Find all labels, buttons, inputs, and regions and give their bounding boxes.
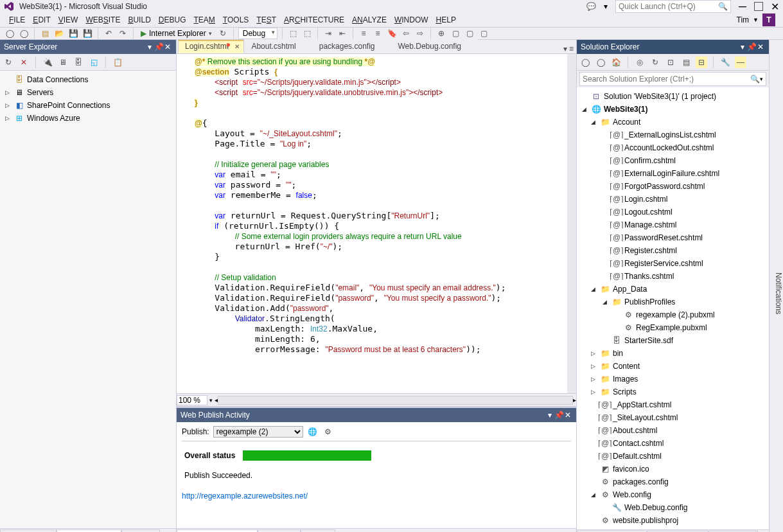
dropdown-icon[interactable]: ▾ <box>545 411 554 420</box>
folder-publishprofiles[interactable]: ◢📁PublishProfiles <box>577 296 769 308</box>
file-startersite[interactable]: 🗄StarterSite.sdf <box>577 334 769 347</box>
pin-icon[interactable]: 📌 <box>747 42 756 51</box>
back-icon[interactable]: ◯ <box>579 57 591 68</box>
code-editor[interactable]: @* Remove this section if you are using … <box>177 54 576 393</box>
notifications-tab[interactable]: Notifications <box>769 40 783 532</box>
nav-fwd-button[interactable]: ◯ <box>18 28 30 39</box>
close-icon[interactable]: ✕ <box>163 42 172 51</box>
close-button[interactable]: ✕ <box>771 1 779 13</box>
menu-architecture[interactable]: ARCHITECTURE <box>280 13 348 27</box>
menu-help[interactable]: HELP <box>432 13 460 27</box>
file-RegisterService.cshtml[interactable]: ⌈@⌉RegisterService.cshtml <box>577 257 769 270</box>
file-About.cshtml[interactable]: ⌈@⌉About.cshtml <box>577 424 769 437</box>
properties-icon[interactable]: 🔧 <box>719 57 731 68</box>
menu-analyze[interactable]: ANALYZE <box>348 13 391 27</box>
refresh-icon[interactable]: ↻ <box>649 57 661 68</box>
zoom-input[interactable] <box>177 395 207 405</box>
user-badge[interactable]: Tim ▼ T <box>737 13 778 26</box>
quick-launch-input[interactable] <box>619 2 718 11</box>
menu-window[interactable]: WINDOW <box>391 13 432 27</box>
settings-icon[interactable]: ⚙ <box>322 426 334 438</box>
solution-search[interactable]: 🔍 ▾ <box>579 72 766 86</box>
folder-Images[interactable]: ▷📁Images <box>577 373 769 386</box>
folder-account[interactable]: ◢📁Account <box>577 116 769 129</box>
tab-web-publish-activity[interactable]: Web Publish Activity <box>177 529 258 533</box>
nest-icon[interactable]: ⊡ <box>665 57 676 68</box>
scope-icon[interactable]: ◎ <box>634 57 646 68</box>
pin-icon[interactable]: 📌 <box>154 42 163 51</box>
tb-icon-2[interactable]: ⬚ <box>301 28 313 39</box>
tab-toolbox[interactable]: Toolbox <box>121 529 159 533</box>
project-node[interactable]: ◢🌐WebSite3(1) <box>577 103 769 116</box>
close-icon[interactable]: ✕ <box>563 411 572 420</box>
tree-azure[interactable]: ▷⊞Windows Azure <box>0 112 176 125</box>
menu-edit[interactable]: EDIT <box>29 13 54 27</box>
file-publishproj[interactable]: ⚙website.publishproj <box>577 514 769 527</box>
folder-appdata[interactable]: ◢📁App_Data <box>577 283 769 296</box>
file-_ExternalLoginsList.cshtml[interactable]: ⌈@⌉_ExternalLoginsList.cshtml <box>577 129 769 141</box>
azure-icon[interactable]: ◱ <box>88 57 100 68</box>
file-_SiteLayout.cshtml[interactable]: ⌈@⌉_SiteLayout.cshtml <box>577 411 769 424</box>
sync-icon[interactable]: ⊟ <box>696 57 707 68</box>
editor-tab-login[interactable]: Login.cshtml📍✕ <box>178 39 244 53</box>
publish-profile-dropdown[interactable]: regexample (2) <box>213 426 303 438</box>
preview-icon[interactable]: — <box>735 57 746 68</box>
published-url-link[interactable]: http://regexample.azurewebsites.net/ <box>182 492 308 501</box>
file-ForgotPassword.cshtml[interactable]: ⌈@⌉ForgotPassword.cshtml <box>577 180 769 193</box>
refresh-icon[interactable]: ↻ <box>3 57 14 68</box>
tab-test-explorer[interactable]: Test Explorer <box>0 529 57 533</box>
server-explorer-header[interactable]: Server Explorer ▾ 📌 ✕ <box>0 40 176 54</box>
menu-build[interactable]: BUILD <box>124 13 154 27</box>
file-Logout.cshtml[interactable]: ⌈@⌉Logout.cshtml <box>577 206 769 218</box>
menu-file[interactable]: FILE <box>5 13 29 27</box>
horizontal-scrollbar[interactable] <box>218 396 573 405</box>
save-all-button[interactable]: 💾 <box>82 28 93 39</box>
file-Confirm.cshtml[interactable]: ⌈@⌉Confirm.cshtml <box>577 154 769 167</box>
editor-tab-about[interactable]: About.cshtml <box>244 39 312 53</box>
stop-icon[interactable]: ✕ <box>18 57 30 68</box>
start-debugging-button[interactable]: ▶ Internet Explorer ▾ <box>138 29 215 38</box>
editor-tab-packages[interactable]: packages.config <box>312 39 391 53</box>
file-Register.cshtml[interactable]: ⌈@⌉Register.cshtml <box>577 244 769 257</box>
tree-sharepoint[interactable]: ▷◧SharePoint Connections <box>0 99 176 112</box>
feedback-icon[interactable]: 💬 <box>586 2 596 11</box>
close-icon[interactable]: ✕ <box>234 43 240 50</box>
menu-view[interactable]: VIEW <box>55 13 82 27</box>
folder-Scripts[interactable]: ▷📁Scripts <box>577 386 769 398</box>
config-dropdown[interactable]: Debug <box>238 28 277 39</box>
tab-server-explorer[interactable]: Server Explorer <box>57 529 121 533</box>
connect-icon[interactable]: 🔌 <box>42 57 53 68</box>
file-AccountLockedOut.cshtml[interactable]: ⌈@⌉AccountLockedOut.cshtml <box>577 141 769 154</box>
file-webconfig[interactable]: ◢⚙Web.config <box>577 488 769 501</box>
file-webdebugconfig[interactable]: 🔧Web.Debug.config <box>577 501 769 514</box>
file-favicon.ico[interactable]: ◩favicon.ico <box>577 463 769 475</box>
undo-button[interactable]: ↶ <box>103 28 114 39</box>
solution-explorer-header[interactable]: Solution Explorer ▾ 📌 ✕ <box>577 40 769 54</box>
server-icon[interactable]: 🖥 <box>57 57 69 68</box>
editor-tab-webdebug[interactable]: Web.Debug.config <box>391 39 477 53</box>
browser-refresh-button[interactable]: ↻ <box>217 28 229 39</box>
file-_AppStart.cshtml[interactable]: ⌈@⌉_AppStart.cshtml <box>577 398 769 411</box>
file-Thanks.cshtml[interactable]: ⌈@⌉Thanks.cshtml <box>577 270 769 283</box>
quick-launch-search[interactable]: 🔍 <box>615 0 731 13</box>
file-Manage.cshtml[interactable]: ⌈@⌉Manage.cshtml <box>577 218 769 231</box>
flag-icon[interactable]: ▾ <box>604 2 608 11</box>
minimize-button[interactable]: — <box>739 2 746 11</box>
redo-button[interactable]: ↷ <box>117 28 128 39</box>
pin-icon[interactable]: 📍 <box>224 43 232 50</box>
tree-data-connections[interactable]: 🗄Data Connections <box>0 73 176 86</box>
solution-node[interactable]: ⊡Solution 'WebSite3(1)' (1 project) <box>577 90 769 103</box>
dropdown-icon[interactable]: ▾ <box>145 42 154 51</box>
new-project-button[interactable]: ▤ <box>39 28 51 39</box>
close-icon[interactable]: ✕ <box>756 42 765 51</box>
save-button[interactable]: 💾 <box>67 28 79 39</box>
maximize-button[interactable] <box>754 2 763 11</box>
tb-icon-12[interactable]: ▢ <box>464 28 475 39</box>
menu-website[interactable]: WEBSITE <box>82 13 124 27</box>
file-ExternalLoginFailure.cshtml[interactable]: ⌈@⌉ExternalLoginFailure.cshtml <box>577 167 769 180</box>
home-icon[interactable]: 🏠 <box>610 57 622 68</box>
tb-icon-4[interactable]: ⇤ <box>337 28 348 39</box>
menu-test[interactable]: TEST <box>252 13 280 27</box>
tb-icon-8[interactable]: ⇦ <box>400 28 412 39</box>
menu-tools[interactable]: TOOLS <box>219 13 252 27</box>
